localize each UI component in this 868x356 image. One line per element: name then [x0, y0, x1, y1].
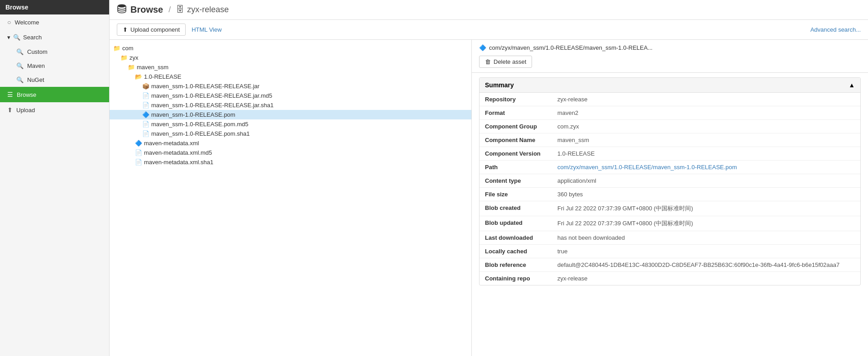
sidebar-item-nuget[interactable]: 🔍 NuGet [0, 73, 109, 87]
repo-name: zyx-release [187, 5, 229, 14]
path-link[interactable]: com/zyx/maven_ssm/1.0-RELEASE/maven_ssm-… [557, 164, 737, 171]
repo-breadcrumb: 🗄 zyx-release [176, 5, 229, 14]
breadcrumb-separator: / [168, 5, 171, 14]
advanced-search-button[interactable]: Advanced search... [810, 26, 861, 33]
summary-value: Fri Jul 22 2022 07:37:39 GMT+0800 (中国标准时… [552, 201, 860, 216]
tree-node-label: maven-metadata.xml.sha1 [144, 159, 213, 166]
summary-key: Path [480, 161, 552, 174]
summary-value: zyx-release [552, 93, 860, 106]
sidebar-item-welcome[interactable]: ○ Welcome [0, 14, 109, 30]
file-icon: 📄 [135, 159, 142, 166]
tree-node-jar-sha1[interactable]: 📄 maven_ssm-1.0-RELEASE-RELEASE.jar.sha1 [110, 100, 471, 110]
collapse-icon[interactable]: ▲ [849, 81, 855, 89]
tree-node-jar-md5[interactable]: 📄 maven_ssm-1.0-RELEASE-RELEASE.jar.md5 [110, 91, 471, 100]
summary-value[interactable]: com/zyx/maven_ssm/1.0-RELEASE/maven_ssm-… [552, 161, 860, 174]
summary-title: Summary [485, 81, 514, 89]
file-icon: 📄 [142, 102, 149, 109]
sidebar-item-label: Upload [16, 107, 35, 114]
summary-key: Blob reference [480, 258, 552, 272]
pom-icon: 🔷 [142, 111, 149, 118]
sidebar-title: Browse [5, 4, 29, 11]
tree-node-maven-ssm[interactable]: 📁 maven_ssm [110, 62, 471, 72]
tree-node-pom[interactable]: 🔷 maven_ssm-1.0-RELEASE.pom [110, 110, 471, 119]
file-icon: 📄 [142, 130, 149, 137]
tree-node-label: maven_ssm-1.0-RELEASE-RELEASE.jar [151, 83, 259, 90]
tree-node-label: maven_ssm-1.0-RELEASE.pom [151, 111, 235, 118]
summary-row: Component Groupcom.zyx [480, 120, 860, 133]
summary-row: Component Version1.0-RELEASE [480, 147, 860, 161]
summary-row: File size360 bytes [480, 188, 860, 201]
asset-path: 🔷 com/zyx/maven_ssm/1.0-RELEASE/maven_ss… [479, 44, 861, 51]
tree-node-label: maven_ssm-1.0-RELEASE-RELEASE.jar.md5 [151, 92, 272, 99]
tree-node-pom-md5[interactable]: 📄 maven_ssm-1.0-RELEASE.pom.md5 [110, 119, 471, 129]
xml-icon: 🔷 [135, 140, 142, 147]
circle-icon: ○ [7, 19, 11, 26]
summary-row: Pathcom/zyx/maven_ssm/1.0-RELEASE/maven_… [480, 161, 860, 174]
summary-row: Formatmaven2 [480, 106, 860, 120]
sidebar: Browse ○ Welcome ▾ 🔍 Search 🔍 Custom 🔍 M… [0, 0, 110, 356]
chevron-down-icon: ▾ [7, 34, 10, 41]
summary-key: Component Name [480, 133, 552, 147]
tree-node-label: zyx [129, 54, 139, 61]
html-view-label: HTML View [192, 26, 221, 33]
summary-key: Blob updated [480, 216, 552, 231]
sidebar-item-browse[interactable]: ☰ Browse [0, 87, 109, 102]
sidebar-item-label: Search [23, 34, 42, 41]
folder-icon: 📁 [113, 45, 120, 52]
tree-node-pom-sha1[interactable]: 📄 maven_ssm-1.0-RELEASE.pom.sha1 [110, 129, 471, 138]
tree-node-label: 1.0-RELEASE [144, 73, 181, 80]
upload-icon: ⬆ [7, 106, 13, 114]
search-icon: 🔍 [16, 62, 24, 69]
folder-icon: 📁 [120, 54, 128, 61]
tree-node-1.0-release[interactable]: 📂 1.0-RELEASE [110, 72, 471, 81]
list-icon: ☰ [7, 91, 13, 98]
sidebar-item-upload[interactable]: ⬆ Upload [0, 102, 109, 118]
tree-node-maven-metadata-xml-md5[interactable]: 📄 maven-metadata.xml.md5 [110, 148, 471, 157]
summary-value: 360 bytes [552, 188, 860, 201]
upload-component-button[interactable]: ⬆ Upload component [117, 24, 186, 36]
advanced-search-label: Advanced search... [810, 26, 861, 33]
search-icon: 🔍 [16, 48, 24, 55]
summary-key: File size [480, 188, 552, 201]
summary-value: com.zyx [552, 120, 860, 133]
sidebar-item-custom[interactable]: 🔍 Custom [0, 45, 109, 59]
summary-key: Repository [480, 93, 552, 106]
file-icon: 📄 [135, 149, 142, 156]
delete-label: Delete asset [494, 58, 526, 65]
summary-value: zyx-release [552, 272, 860, 285]
summary-value: maven2 [552, 106, 860, 120]
delete-asset-button[interactable]: 🗑 Delete asset [479, 56, 532, 68]
file-icon: 📄 [142, 121, 149, 128]
sidebar-item-maven[interactable]: 🔍 Maven [0, 59, 109, 73]
database-icon [117, 4, 127, 16]
summary-table: Repositoryzyx-releaseFormatmaven2Compone… [480, 93, 860, 285]
toolbar: ⬆ Upload component HTML View Advanced se… [110, 20, 868, 40]
summary-row: Blob referencedefault@2C480445-1DB4E13C-… [480, 258, 860, 272]
folder-open-icon: 📂 [135, 73, 142, 80]
repo-icon: 🗄 [176, 5, 184, 14]
sidebar-item-search[interactable]: ▾ 🔍 Search [0, 30, 109, 45]
search-icon: 🔍 [16, 76, 24, 83]
summary-key: Blob created [480, 201, 552, 216]
summary-value: true [552, 245, 860, 258]
tree-node-com[interactable]: 📁 com [110, 43, 471, 53]
summary-value: Fri Jul 22 2022 07:37:39 GMT+0800 (中国标准时… [552, 216, 860, 231]
tree-node-jar[interactable]: 📦 maven_ssm-1.0-RELEASE-RELEASE.jar [110, 81, 471, 91]
summary-value: maven_ssm [552, 133, 860, 147]
tree-node-maven-metadata-xml-sha1[interactable]: 📄 maven-metadata.xml.sha1 [110, 157, 471, 167]
sidebar-header: Browse [0, 0, 109, 14]
tree-node-maven-metadata-xml[interactable]: 🔷 maven-metadata.xml [110, 138, 471, 148]
summary-value: default@2C480445-1DB4E13C-48300D2D-C8D5E… [552, 258, 860, 272]
content-area: 📁 com 📁 zyx 📁 maven_ssm 📂 1.0-RELEASE [110, 40, 868, 356]
tree-node-label: maven-metadata.xml.md5 [144, 149, 212, 156]
html-view-button[interactable]: HTML View [189, 24, 224, 35]
file-tree[interactable]: 📁 com 📁 zyx 📁 maven_ssm 📂 1.0-RELEASE [110, 40, 472, 356]
upload-label: Upload component [130, 26, 180, 33]
summary-row: Containing repozyx-release [480, 272, 860, 285]
tree-node-label: maven_ssm-1.0-RELEASE-RELEASE.jar.sha1 [151, 102, 273, 109]
tree-node-zyx[interactable]: 📁 zyx [110, 53, 471, 62]
path-text: com/zyx/maven_ssm/1.0-RELEASE/maven_ssm-… [489, 44, 652, 51]
summary-key: Locally cached [480, 245, 552, 258]
search-icon: 🔍 [13, 34, 20, 41]
summary-row: Blob updatedFri Jul 22 2022 07:37:39 GMT… [480, 216, 860, 231]
